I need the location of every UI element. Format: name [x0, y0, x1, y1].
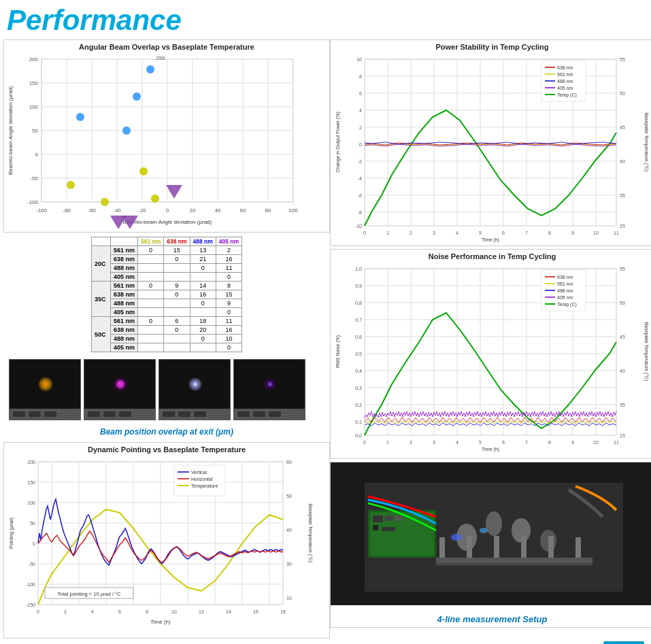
svg-text:50: 50: [286, 494, 292, 498]
svg-text:Change in Output Power (%): Change in Output Power (%): [335, 112, 341, 173]
svg-rect-53: [13, 411, 25, 417]
svg-text:40: 40: [620, 159, 625, 164]
svg-point-40: [122, 126, 131, 135]
dynamic-pointing-svg: 200 150 100 50 0 -50 -100 -150 0 2 4 6 8…: [4, 455, 317, 635]
svg-point-57: [110, 374, 131, 394]
svg-text:45: 45: [620, 335, 625, 339]
svg-text:10: 10: [171, 609, 177, 614]
svg-text:Horizontal: Horizontal: [191, 477, 213, 481]
svg-text:-150: -150: [26, 603, 35, 607]
svg-text:6: 6: [502, 231, 505, 235]
svg-text:150: 150: [29, 80, 39, 86]
svg-text:-6: -6: [358, 193, 362, 198]
svg-text:200: 200: [27, 460, 35, 464]
svg-text:80: 80: [265, 207, 271, 214]
svg-rect-66: [178, 411, 190, 417]
svg-text:55: 55: [620, 267, 625, 271]
svg-text:8: 8: [548, 440, 551, 445]
svg-text:60: 60: [286, 460, 292, 464]
noise-chart-title: Noise Performance in Temp Cycling: [331, 250, 651, 262]
right-column: Power Stability in Temp Cycling: [330, 39, 651, 639]
beam-img-2: [84, 359, 156, 420]
svg-text:6: 6: [502, 440, 505, 445]
beam-img-3: [158, 359, 231, 420]
svg-point-44: [101, 198, 109, 206]
svg-point-43: [67, 181, 75, 189]
svg-text:35: 35: [620, 193, 625, 198]
svg-text:8: 8: [548, 231, 551, 235]
svg-text:4: 4: [91, 609, 94, 614]
svg-text:50: 50: [32, 128, 38, 134]
svg-text:6: 6: [118, 609, 121, 614]
svg-text:-50: -50: [29, 562, 35, 566]
svg-text:7: 7: [525, 440, 528, 445]
svg-text:11: 11: [614, 231, 619, 235]
svg-text:0,6: 0,6: [355, 335, 362, 339]
svg-text:488 nm: 488 nm: [557, 79, 573, 84]
dynamic-chart-title: Dynamic Pointing vs Baseplate Temperatur…: [4, 443, 329, 455]
setup-photo-svg: [331, 462, 651, 609]
svg-text:100: 100: [27, 501, 35, 505]
svg-text:Beamto-beam Angle deviation (μ: Beamto-beam Angle deviation (μrad): [7, 86, 14, 175]
beam-img-4: [233, 359, 305, 420]
svg-text:0,5: 0,5: [355, 352, 362, 356]
svg-text:Time (h): Time (h): [150, 619, 171, 625]
svg-text:1,0: 1,0: [355, 267, 362, 271]
nav-button[interactable]: [603, 641, 644, 644]
page-title: Performance: [0, 0, 651, 39]
svg-text:-8: -8: [358, 210, 362, 215]
svg-text:50: 50: [30, 521, 35, 526]
svg-text:18: 18: [280, 609, 286, 614]
svg-point-39: [76, 113, 84, 121]
svg-text:4: 4: [456, 440, 458, 445]
svg-text:45: 45: [620, 125, 625, 130]
svg-text:Baseplate Temperature (°C): Baseplate Temperature (°C): [644, 113, 649, 172]
svg-text:10: 10: [356, 57, 362, 62]
svg-text:488 nm: 488 nm: [557, 288, 573, 293]
svg-text:638 nm: 638 nm: [557, 65, 573, 70]
svg-text:10: 10: [286, 596, 292, 600]
svg-text:-100: -100: [36, 207, 48, 214]
svg-text:9: 9: [571, 440, 574, 445]
svg-rect-269: [436, 563, 592, 566]
svg-text:0: 0: [37, 609, 39, 614]
svg-text:561 nm: 561 nm: [557, 282, 573, 286]
svg-rect-275: [521, 536, 527, 558]
dynamic-pointing-chart: Dynamic Pointing vs Baseplate Temperatur…: [3, 442, 330, 639]
svg-text:0,4: 0,4: [355, 369, 362, 373]
svg-text:8: 8: [146, 609, 148, 614]
svg-text:4: 4: [359, 108, 362, 113]
svg-text:14: 14: [226, 609, 231, 614]
svg-text:638 nm: 638 nm: [557, 275, 573, 279]
svg-point-271: [480, 528, 488, 533]
svg-text:561 nm: 561 nm: [557, 72, 573, 77]
svg-text:50: 50: [620, 301, 625, 305]
data-table: 561 nm 638 nm 488 nm 405 nm 20C 561 nm01…: [91, 237, 242, 352]
svg-text:50: 50: [620, 91, 625, 96]
svg-text:8: 8: [359, 74, 362, 79]
left-column: Angular Beam Overlap vs Baseplate Temper…: [3, 39, 330, 639]
svg-text:0,9: 0,9: [355, 284, 362, 288]
svg-text:7: 7: [525, 231, 528, 235]
svg-text:-100: -100: [27, 199, 39, 205]
svg-text:Time (h): Time (h): [482, 237, 499, 243]
svg-text:0: 0: [33, 541, 35, 546]
svg-text:11: 11: [614, 440, 619, 445]
svg-text:40: 40: [620, 369, 625, 373]
svg-text:15: 15: [620, 433, 625, 438]
svg-text:4: 4: [456, 231, 458, 235]
svg-rect-260: [385, 515, 393, 521]
svg-text:2: 2: [359, 125, 362, 130]
svg-point-69: [262, 376, 278, 392]
svg-text:0: 0: [363, 440, 366, 445]
svg-rect-65: [163, 411, 175, 417]
power-chart-title: Power Stability in Temp Cycling: [331, 40, 651, 52]
svg-text:55: 55: [620, 57, 625, 62]
svg-rect-274: [494, 536, 499, 558]
svg-text:Temperature: Temperature: [191, 484, 218, 489]
svg-text:3: 3: [433, 231, 435, 235]
setup-caption: 4-line measurement Setup: [331, 611, 651, 627]
svg-text:405 nm: 405 nm: [557, 295, 573, 300]
svg-text:Vertical: Vertical: [191, 470, 207, 475]
svg-text:100: 100: [288, 207, 298, 214]
